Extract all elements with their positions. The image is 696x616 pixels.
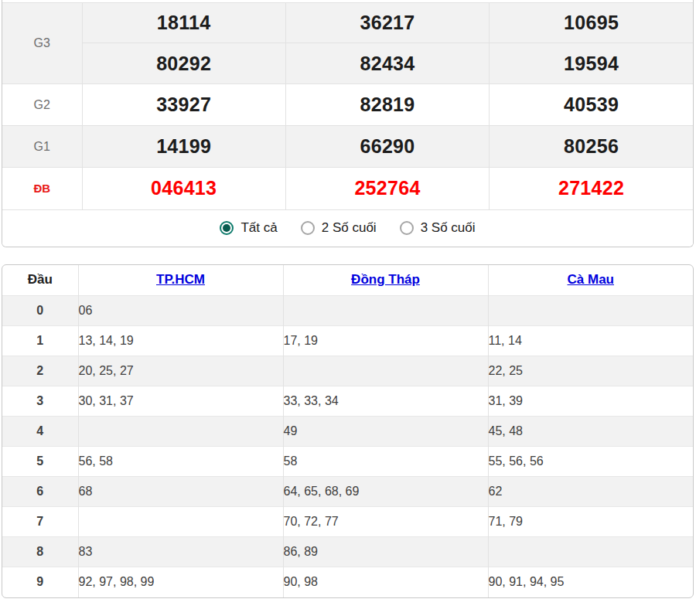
prize-number: 36217 bbox=[360, 12, 415, 33]
values-cell: 33, 33, 34 bbox=[283, 386, 488, 417]
digit-cell: 4 bbox=[2, 417, 78, 447]
prize-cell: 36217 bbox=[285, 3, 489, 43]
table-row: 6 68 64, 65, 68, 69 62 bbox=[2, 477, 693, 507]
prize-label: G3 bbox=[2, 3, 82, 84]
digit-cell: 9 bbox=[2, 567, 78, 597]
values-cell: 56, 58 bbox=[78, 447, 283, 477]
prize-number: 82434 bbox=[360, 53, 415, 74]
table-row: 80292 82434 19594 bbox=[2, 43, 693, 84]
values-cell: 13, 14, 19 bbox=[78, 326, 283, 356]
digit-cell: 0 bbox=[2, 296, 78, 326]
values-cell: 68 bbox=[78, 477, 283, 507]
values-cell: 64, 65, 68, 69 bbox=[283, 477, 488, 507]
values-cell: 62 bbox=[488, 477, 693, 507]
table-row: 1 13, 14, 19 17, 19 11, 14 bbox=[2, 326, 693, 356]
digit-cell: 7 bbox=[2, 507, 78, 537]
digit-cell: 8 bbox=[2, 537, 78, 567]
digit-cell: 2 bbox=[2, 356, 78, 386]
radio-option-last2[interactable]: 2 Số cuối bbox=[301, 220, 377, 236]
prize-label: G1 bbox=[2, 126, 82, 168]
column-header: Đồng Tháp bbox=[283, 265, 488, 296]
table-row: G1 14199 66290 80256 bbox=[2, 126, 693, 168]
corner-header: Đầu bbox=[2, 265, 78, 296]
digit-cell: 3 bbox=[2, 386, 78, 417]
prize-cell: 82434 bbox=[285, 43, 489, 84]
values-cell: 45, 48 bbox=[488, 417, 693, 447]
table-row: G2 33927 82819 40539 bbox=[2, 84, 693, 126]
digit-cell: 5 bbox=[2, 447, 78, 477]
prize-label: G2 bbox=[2, 84, 82, 126]
values-cell: 06 bbox=[78, 296, 283, 326]
prize-cell: 19594 bbox=[490, 43, 693, 84]
radio-label: 2 Số cuối bbox=[322, 220, 377, 236]
values-cell: 86, 89 bbox=[283, 537, 488, 567]
radio-icon[interactable] bbox=[301, 221, 315, 235]
prize-cell: 14199 bbox=[82, 126, 285, 168]
table-row: 3 30, 31, 37 33, 33, 34 31, 39 bbox=[2, 386, 693, 417]
values-cell: 22, 25 bbox=[488, 356, 693, 386]
table-row: 8 83 86, 89 bbox=[2, 537, 693, 567]
prize-number: 10695 bbox=[564, 12, 619, 33]
values-cell bbox=[283, 296, 488, 326]
prize-number: 40539 bbox=[564, 94, 619, 115]
radio-label: Tất cả bbox=[241, 220, 277, 236]
province-link-dongthap[interactable]: Đồng Tháp bbox=[351, 272, 420, 287]
prize-cell: 10695 bbox=[490, 3, 693, 43]
radio-selected-icon[interactable] bbox=[220, 221, 234, 235]
radio-icon[interactable] bbox=[400, 221, 414, 235]
values-cell: 49 bbox=[283, 417, 488, 447]
prize-results-panel: G3 18114 36217 10695 80292 82434 19594 G… bbox=[2, 0, 694, 247]
prize-number: 66290 bbox=[360, 135, 415, 157]
special-prize-number: 046413 bbox=[151, 177, 217, 199]
values-cell: 90, 98 bbox=[283, 567, 488, 597]
radio-option-last3[interactable]: 3 Số cuối bbox=[400, 220, 476, 236]
digit-cell: 6 bbox=[2, 477, 78, 507]
prize-number: 19594 bbox=[564, 53, 619, 74]
values-cell: 90, 91, 94, 95 bbox=[488, 567, 693, 597]
values-cell: 58 bbox=[283, 447, 488, 477]
prize-cell: 18114 bbox=[82, 3, 285, 43]
prize-cell: 33927 bbox=[82, 84, 285, 126]
prize-number: 18114 bbox=[157, 12, 211, 33]
values-cell bbox=[283, 356, 488, 386]
prize-number: 82819 bbox=[360, 94, 415, 115]
prize-cell: 40539 bbox=[490, 84, 693, 126]
table-row: 2 20, 25, 27 22, 25 bbox=[2, 356, 693, 386]
values-cell: 83 bbox=[78, 537, 283, 567]
special-prize-label: ĐB bbox=[2, 168, 82, 209]
values-cell: 70, 72, 77 bbox=[283, 507, 488, 537]
province-link-camau[interactable]: Cà Mau bbox=[568, 272, 614, 287]
head-digit-panel: Đầu TP.HCM Đồng Tháp Cà Mau 0 06 1 13, 1… bbox=[2, 264, 694, 598]
head-digit-table: Đầu TP.HCM Đồng Tháp Cà Mau 0 06 1 13, 1… bbox=[2, 265, 693, 597]
prize-table: G3 18114 36217 10695 80292 82434 19594 G… bbox=[2, 0, 693, 209]
special-prize-number: 271422 bbox=[558, 177, 624, 199]
prize-number: 14199 bbox=[156, 135, 211, 157]
prize-cell: 046413 bbox=[82, 168, 285, 209]
prize-cell: 66290 bbox=[285, 126, 489, 168]
table-row: 7 70, 72, 77 71, 79 bbox=[2, 507, 693, 537]
values-cell bbox=[488, 537, 693, 567]
radio-label: 3 Số cuối bbox=[421, 220, 476, 236]
prize-cell: 80256 bbox=[490, 126, 693, 168]
table-row: 5 56, 58 58 55, 56, 56 bbox=[2, 447, 693, 477]
values-cell: 30, 31, 37 bbox=[78, 386, 283, 417]
prize-number: 80292 bbox=[156, 53, 211, 74]
values-cell bbox=[78, 507, 283, 537]
values-cell: 55, 56, 56 bbox=[488, 447, 693, 477]
radio-option-all[interactable]: Tất cả bbox=[220, 220, 277, 236]
table-row-special-prize: ĐB 046413 252764 271422 bbox=[2, 168, 693, 209]
values-cell: 71, 79 bbox=[488, 507, 693, 537]
table-row: G3 18114 36217 10695 bbox=[2, 3, 693, 43]
values-cell: 92, 97, 98, 99 bbox=[78, 567, 283, 597]
province-link-tphcm[interactable]: TP.HCM bbox=[156, 272, 205, 287]
prize-cell: 252764 bbox=[285, 168, 489, 209]
table-row: 9 92, 97, 98, 99 90, 98 90, 91, 94, 95 bbox=[2, 567, 693, 597]
header-row: Đầu TP.HCM Đồng Tháp Cà Mau bbox=[2, 265, 693, 296]
prize-cell: 80292 bbox=[82, 43, 285, 84]
values-cell bbox=[78, 417, 283, 447]
table-row: 4 49 45, 48 bbox=[2, 417, 693, 447]
values-cell: 31, 39 bbox=[488, 386, 693, 417]
column-header: TP.HCM bbox=[78, 265, 283, 296]
prize-number: 33927 bbox=[156, 94, 211, 115]
values-cell: 20, 25, 27 bbox=[78, 356, 283, 386]
